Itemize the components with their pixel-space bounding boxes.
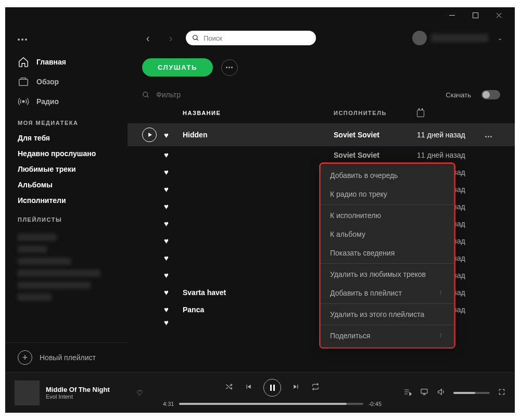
menu-item[interactable]: Поделиться〉 [321, 326, 454, 345]
playlist-item[interactable] [18, 258, 71, 265]
context-menu: Добавить в очередьК радио по трекуК испо… [321, 164, 454, 347]
nav-label: Главная [36, 58, 66, 66]
app-menu-button[interactable] [5, 27, 128, 52]
heart-icon[interactable]: ♥ [164, 288, 169, 297]
sidebar: Главная Обзор Радио МОЯ МЕДИАТЕКА Для те… [5, 23, 128, 372]
heart-icon[interactable]: ♥ [164, 271, 169, 279]
home-icon [18, 56, 29, 68]
more-button[interactable] [221, 59, 238, 76]
prev-button[interactable] [245, 383, 252, 392]
shuffle-button[interactable] [225, 383, 233, 392]
minimize-button[interactable] [440, 7, 464, 23]
search-icon [192, 34, 199, 42]
new-playlist-button[interactable]: + Новый плейлист [5, 342, 128, 372]
heart-icon[interactable]: ♥ [164, 202, 169, 211]
nav-home[interactable]: Главная [5, 52, 128, 72]
queue-button[interactable] [403, 388, 412, 398]
maximize-button[interactable] [464, 7, 487, 23]
track-more-button[interactable] [485, 131, 500, 139]
download-toggle[interactable] [481, 90, 500, 99]
app-window: Главная Обзор Радио МОЯ МЕДИАТЕКА Для те… [5, 7, 515, 413]
table-row[interactable]: ♥ Hidden Soviet Soviet 11 дней назад [128, 123, 515, 146]
play-button[interactable]: СЛУШАТЬ [142, 58, 213, 77]
svg-point-5 [143, 92, 148, 96]
filter-input[interactable] [156, 91, 439, 99]
playlist-item[interactable] [18, 246, 47, 253]
back-button[interactable]: ‹ [140, 30, 156, 46]
search-input[interactable] [204, 34, 310, 42]
menu-item-label: Добавить в очередь [330, 171, 398, 180]
chevron-down-icon: ⌄ [498, 35, 502, 42]
playlist-item[interactable] [18, 234, 57, 241]
search-box[interactable] [186, 31, 316, 45]
heart-icon[interactable]: ♥ [164, 253, 169, 262]
svg-rect-1 [473, 12, 478, 18]
heart-icon[interactable]: ♥ [164, 150, 169, 159]
heart-icon[interactable]: ♥ [164, 185, 169, 194]
avatar [412, 31, 427, 45]
menu-divider [321, 325, 454, 325]
pause-button[interactable] [263, 379, 281, 397]
username [431, 34, 488, 42]
menu-divider [321, 263, 454, 264]
track-artist[interactable]: Soviet Soviet [334, 131, 417, 139]
menu-item[interactable]: К исполнителю [321, 206, 454, 225]
col-artist[interactable]: ИСПОЛНИТЕЛЬ [334, 110, 417, 118]
lib-albums[interactable]: Альбомы [5, 177, 128, 193]
time-elapsed: 4:31 [163, 401, 174, 407]
devices-button[interactable] [420, 388, 428, 398]
track-date: 11 дней назад [417, 131, 485, 139]
playlist-item[interactable] [18, 282, 91, 289]
col-date[interactable] [417, 110, 485, 118]
heart-icon[interactable]: ♥ [164, 305, 169, 314]
user-menu[interactable]: ⌄ [412, 31, 502, 45]
svg-rect-0 [449, 15, 455, 16]
playlist-item[interactable] [18, 294, 52, 301]
menu-item[interactable]: Добавить в очередь [321, 166, 454, 185]
col-title[interactable]: НАЗВАНИЕ [183, 110, 334, 118]
volume-slider[interactable] [453, 392, 490, 394]
volume-button[interactable] [437, 388, 445, 398]
nav-radio[interactable]: Радио [5, 92, 128, 111]
lib-recent[interactable]: Недавно прослушано [5, 146, 128, 161]
progress-bar[interactable] [179, 403, 363, 405]
heart-icon[interactable]: ♥ [164, 236, 169, 245]
menu-item[interactable]: К альбому [321, 225, 454, 244]
play-track-button[interactable] [142, 128, 157, 142]
menu-item[interactable]: Удалить из этого плейлиста [321, 305, 454, 324]
playlist-item[interactable] [18, 270, 100, 277]
repeat-button[interactable] [311, 383, 320, 392]
now-playing-title[interactable]: Middle Of The Night [46, 386, 134, 393]
lib-artists[interactable]: Исполнители [5, 193, 128, 208]
menu-item[interactable]: Добавить в плейлист〉 [321, 284, 454, 302]
titlebar [5, 7, 515, 23]
nav-label: Обзор [36, 78, 59, 86]
forward-button[interactable]: › [163, 30, 179, 46]
track-artist[interactable]: Soviet Soviet [334, 151, 417, 159]
close-button[interactable] [487, 7, 511, 23]
lib-for-you[interactable]: Для тебя [5, 130, 128, 146]
menu-item[interactable]: К радио по треку [321, 185, 454, 203]
track-title: Panca [183, 306, 334, 314]
browse-icon [18, 76, 29, 87]
main-content: ‹ › ⌄ СЛУШАТЬ Скачать [128, 23, 515, 372]
nav-browse[interactable]: Обзор [5, 72, 128, 92]
menu-item-label: Добавить в плейлист [330, 289, 402, 297]
now-playing-art[interactable] [15, 380, 40, 405]
menu-item[interactable]: Удалить из любимых треков [321, 265, 454, 284]
now-playing-artist[interactable]: Evol Intent [46, 393, 134, 400]
heart-icon[interactable]: ♥ [164, 168, 169, 176]
lib-liked[interactable]: Любимые треки [5, 161, 128, 177]
like-button[interactable]: ♡ [136, 389, 143, 397]
next-button[interactable] [293, 383, 300, 392]
fullscreen-button[interactable] [498, 388, 505, 397]
time-remaining: -0:45 [369, 401, 382, 407]
topbar: ‹ › ⌄ [128, 23, 515, 53]
heart-icon[interactable]: ♥ [164, 131, 169, 139]
playlists-header: ПЛЕЙЛИСТЫ [5, 208, 128, 227]
track-date: 11 дней назад [417, 151, 485, 159]
table-row[interactable]: ♥ Soviet Soviet 11 дней назад [128, 146, 515, 163]
menu-item[interactable]: Показать сведения [321, 244, 454, 262]
menu-item-label: Удалить из этого плейлиста [330, 310, 424, 319]
heart-icon[interactable]: ♥ [164, 219, 169, 228]
